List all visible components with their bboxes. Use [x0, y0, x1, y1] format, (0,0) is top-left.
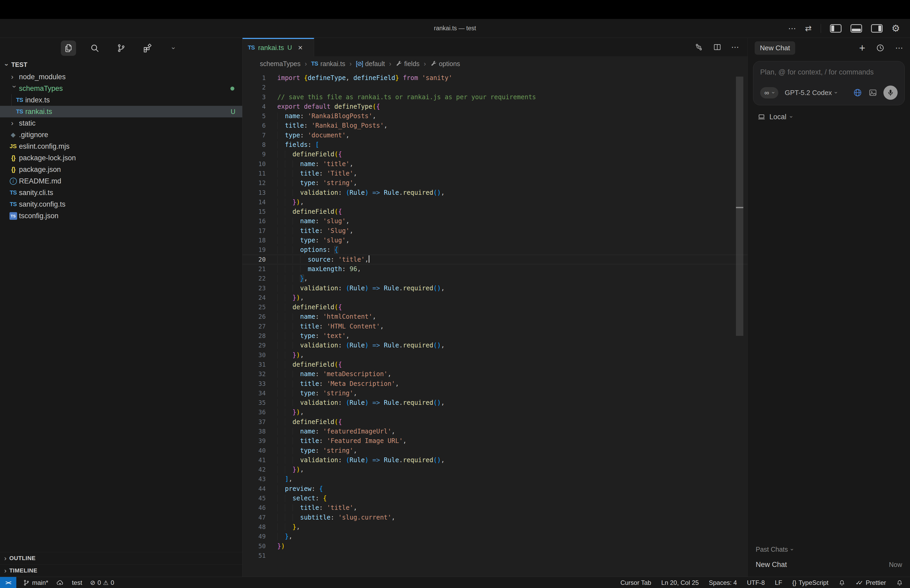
tree-item-static[interactable]: ›static	[0, 117, 242, 129]
code-line-35[interactable]: 35 validation: (Rule) => Rule.required()…	[242, 398, 748, 407]
explorer-files-icon[interactable]	[61, 40, 76, 56]
agent-mode-pill[interactable]: ∞ ›	[760, 87, 778, 99]
past-chats-header[interactable]: Past Chats ›	[748, 546, 910, 557]
code-line-17[interactable]: 17 title: 'Slug',	[242, 226, 748, 236]
breadcrumb-item-options[interactable]: options	[430, 60, 460, 68]
tree-item-tsconfig.json[interactable]: TStsconfig.json	[0, 210, 242, 221]
layout-sidebar-left-icon[interactable]	[830, 24, 842, 32]
code-line-7[interactable]: 7 type: 'document',	[242, 131, 748, 140]
code-line-25[interactable]: 25 defineField({	[242, 302, 748, 312]
code-line-30[interactable]: 30 }),	[242, 351, 748, 360]
status-notifications-bell[interactable]	[896, 579, 903, 586]
code-line-27[interactable]: 27 title: 'HTML Content',	[242, 321, 748, 331]
web-globe-icon[interactable]	[853, 88, 862, 97]
code-line-3[interactable]: 3// save this file as rankai.ts or ranka…	[242, 92, 748, 102]
search-icon[interactable]	[87, 40, 102, 56]
status-spaces-4[interactable]: Spaces: 4	[709, 579, 737, 586]
code-line-14[interactable]: 14 }),	[242, 197, 748, 207]
code-line-26[interactable]: 26 name: 'htmlContent',	[242, 312, 748, 321]
scrollbar-handle[interactable]	[736, 77, 744, 336]
tab-rankai-ts[interactable]: TS rankai.ts U ×	[242, 38, 314, 57]
explorer-root-folder[interactable]: › TEST	[0, 58, 242, 71]
code-line-16[interactable]: 16 name: 'slug',	[242, 216, 748, 226]
git-branch-item[interactable]: main*	[23, 579, 48, 586]
code-line-12[interactable]: 12 type: 'string',	[242, 178, 748, 188]
tree-item-sanity.config.ts[interactable]: TSsanity.config.ts	[0, 199, 242, 210]
code-line-11[interactable]: 11 title: 'Title',	[242, 169, 748, 178]
code-line-5[interactable]: 5 name: 'RankaiBlogPosts',	[242, 111, 748, 121]
tree-item-sanity.cli.ts[interactable]: TSsanity.cli.ts	[0, 187, 242, 199]
code-line-44[interactable]: 44 preview: {	[242, 484, 748, 494]
project-task-item[interactable]: test	[72, 579, 82, 586]
status-prettier[interactable]: ✓✓Prettier	[855, 579, 886, 586]
code-editor[interactable]: 1import {defineType, defineField} from '…	[242, 71, 748, 577]
code-line-49[interactable]: 49 },	[242, 531, 748, 541]
remote-indicator[interactable]: ><	[0, 577, 16, 588]
attach-image-icon[interactable]	[868, 88, 878, 97]
more-views-chevron-icon[interactable]: ›	[166, 40, 181, 56]
more-icon[interactable]: ⋯	[895, 44, 903, 52]
tree-item-.gitignore[interactable]: ◆.gitignore	[0, 129, 242, 141]
code-line-39[interactable]: 39 title: 'Featured Image URL',	[242, 436, 748, 446]
code-line-34[interactable]: 34 type: 'string',	[242, 388, 748, 398]
code-line-18[interactable]: 18 type: 'slug',	[242, 236, 748, 245]
tree-item-README.md[interactable]: iREADME.md	[0, 175, 242, 187]
chat-input-box[interactable]: Plan, @ for context, / for commands ∞ › …	[753, 61, 905, 105]
settings-gear-icon[interactable]: ⚙	[892, 24, 900, 33]
code-line-51[interactable]: 51	[242, 551, 748, 561]
past-chat-item[interactable]: New Chat Now	[748, 557, 910, 577]
layout-sidebar-right-icon[interactable]	[871, 24, 883, 32]
code-line-2[interactable]: 2	[242, 82, 748, 92]
code-line-45[interactable]: 45 select: {	[242, 494, 748, 503]
code-line-15[interactable]: 15 defineField({	[242, 207, 748, 216]
code-line-32[interactable]: 32 name: 'metaDescription',	[242, 369, 748, 379]
code-line-28[interactable]: 28 type: 'text',	[242, 331, 748, 341]
extensions-icon[interactable]	[140, 40, 155, 56]
voice-mic-icon[interactable]	[883, 86, 898, 100]
problems-item[interactable]: ⊘ 0 ⚠ 0	[90, 579, 114, 586]
tree-item-package-lock.json[interactable]: {}package-lock.json	[0, 152, 242, 164]
tree-item-node_modules[interactable]: ›node_modules	[0, 71, 242, 82]
status-utf-8[interactable]: UTF-8	[747, 579, 765, 586]
swap-panels-icon[interactable]: ⇄	[805, 24, 812, 32]
code-line-20[interactable]: 20 source: 'title',	[242, 255, 748, 264]
context-selector-local[interactable]: Local ›	[757, 113, 910, 121]
tree-item-package.json[interactable]: {}package.json	[0, 164, 242, 175]
close-tab-icon[interactable]: ×	[298, 43, 303, 52]
outline-section[interactable]: › OUTLINE	[0, 552, 242, 564]
timeline-section[interactable]: › TIMELINE	[0, 564, 242, 577]
status-cursor-tab[interactable]: Cursor Tab	[621, 579, 651, 586]
code-line-47[interactable]: 47 subtitle: 'slug.current',	[242, 513, 748, 522]
code-line-9[interactable]: 9 defineField({	[242, 150, 748, 159]
code-line-6[interactable]: 6 title: 'Rankai_Blog_Posts',	[242, 121, 748, 130]
code-line-13[interactable]: 13 validation: (Rule) => Rule.required()…	[242, 188, 748, 197]
code-line-33[interactable]: 33 title: 'Meta Description',	[242, 379, 748, 388]
code-line-1[interactable]: 1import {defineType, defineField} from '…	[242, 73, 748, 82]
chat-tab-new-chat[interactable]: New Chat	[755, 41, 795, 55]
status-alert-bell[interactable]	[838, 579, 845, 586]
code-line-24[interactable]: 24 }),	[242, 293, 748, 302]
code-line-23[interactable]: 23 validation: (Rule) => Rule.required()…	[242, 283, 748, 293]
breadcrumb-item-default[interactable]: [⊘]default	[356, 60, 385, 68]
code-line-40[interactable]: 40 type: 'string',	[242, 446, 748, 456]
tree-item-rankai.ts[interactable]: TSrankai.tsU	[0, 106, 242, 117]
code-line-31[interactable]: 31 defineField({	[242, 360, 748, 369]
code-line-19[interactable]: 19 options: {	[242, 245, 748, 255]
code-line-37[interactable]: 37 defineField({	[242, 417, 748, 426]
code-line-21[interactable]: 21 maxLength: 96,	[242, 264, 748, 274]
history-clock-icon[interactable]	[876, 44, 885, 52]
layout-panel-bottom-icon[interactable]	[850, 24, 862, 32]
source-control-icon[interactable]	[113, 40, 129, 56]
code-line-22[interactable]: 22 },	[242, 274, 748, 283]
code-line-41[interactable]: 41 validation: (Rule) => Rule.required()…	[242, 456, 748, 465]
code-line-42[interactable]: 42 }),	[242, 465, 748, 474]
code-line-50[interactable]: 50})	[242, 541, 748, 551]
editor-scrollbar[interactable]	[736, 77, 744, 574]
status-lf[interactable]: LF	[775, 579, 782, 586]
more-actions-icon[interactable]: ⋯	[731, 43, 739, 51]
split-editor-icon[interactable]	[713, 43, 722, 52]
code-line-48[interactable]: 48 },	[242, 522, 748, 531]
code-line-43[interactable]: 43 ],	[242, 474, 748, 484]
status-ln-20-col-25[interactable]: Ln 20, Col 25	[661, 579, 699, 586]
tree-item-schemaTypes[interactable]: ›schemaTypes	[0, 82, 242, 94]
